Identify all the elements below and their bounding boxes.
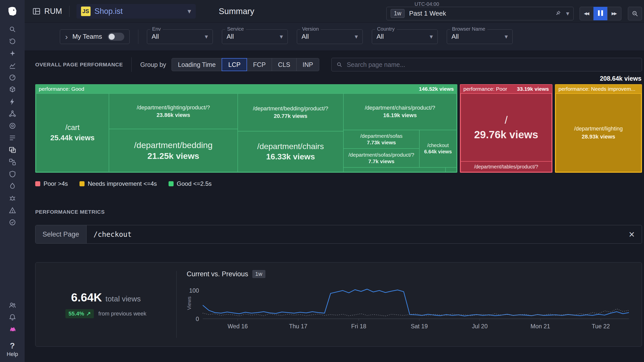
zoom-out-button[interactable] <box>628 7 642 20</box>
filter-value: All <box>377 33 384 40</box>
infrastructure-icon[interactable] <box>0 83 25 96</box>
filter-label: Env <box>150 26 163 32</box>
legend-swatch-good <box>169 181 174 186</box>
svg-text:Tue 22: Tue 22 <box>592 323 610 330</box>
page-title: Summary <box>219 7 254 16</box>
group-by-loading-time[interactable]: Loading Time <box>172 58 222 71</box>
svg-text:Views: Views <box>187 296 192 310</box>
treemap-cell-chairs-product[interactable]: /department/chairs/product/? 16.19k view… <box>344 94 456 130</box>
bits-ai-icon[interactable] <box>0 323 25 335</box>
treemap-cell-bedding[interactable]: /department/bedding 21.25k views <box>109 129 237 172</box>
timezone-label: UTC-04:00 <box>415 1 439 7</box>
select-page-label[interactable]: Select Page <box>35 225 87 243</box>
usage-icon[interactable] <box>0 120 25 132</box>
watchdog-icon[interactable] <box>0 47 25 59</box>
group-by-lcp[interactable]: LCP <box>222 58 247 71</box>
organization-icon[interactable] <box>0 299 25 311</box>
time-range-picker[interactable]: 1w Past 1 Week ▾ <box>386 7 574 20</box>
metrics-icon[interactable] <box>0 59 25 71</box>
legend-swatch-poor <box>35 181 40 186</box>
rum-icon[interactable] <box>0 144 25 156</box>
security-icon[interactable] <box>0 168 25 180</box>
filter-browser-name[interactable]: Browser Name All ▾ <box>447 29 513 44</box>
treemap-cell-cart[interactable]: /cart 25.44k views <box>36 94 109 172</box>
rewind-button[interactable]: ◀◀ <box>580 7 594 20</box>
pin-icon[interactable] <box>555 10 562 17</box>
notifications-bell-icon[interactable] <box>0 311 25 323</box>
dashboards-icon[interactable] <box>0 71 25 83</box>
filter-value: All <box>227 33 234 40</box>
group-by-cls[interactable]: CLS <box>272 58 297 71</box>
page-name-search[interactable] <box>331 58 642 71</box>
treemap-group-views: 146.52k views <box>419 86 454 92</box>
clear-icon[interactable]: × <box>629 229 634 239</box>
main-content: OVERALL PAGE PERFORMANCE Group by Loadin… <box>25 51 644 362</box>
group-by-inp[interactable]: INP <box>296 58 319 71</box>
select-page-control[interactable]: Select Page /checkout × <box>35 225 642 244</box>
filter-label: Service <box>225 26 246 32</box>
chevron-down-icon: ▾ <box>355 33 358 40</box>
service-map-icon[interactable] <box>0 108 25 120</box>
pause-icon <box>597 10 604 17</box>
treemap-group-body: / 29.76k views /department/tables/produc… <box>460 93 552 172</box>
toggle-knob <box>109 34 115 40</box>
selected-page-value[interactable]: /checkout <box>94 230 132 239</box>
chevron-down-icon: ▾ <box>566 10 569 17</box>
search-icon[interactable] <box>0 23 25 35</box>
treemap-cell-checkout[interactable]: /checkout 6.64k views <box>420 130 456 167</box>
chevron-down-icon: ▾ <box>188 7 191 15</box>
filter-country[interactable]: Country All ▾ <box>372 29 438 44</box>
help-label: Help <box>7 351 18 357</box>
total-views-label: 208.64k views <box>35 75 641 82</box>
views-trend-chart[interactable]: 0100ViewsWed 16Thu 17Fri 18Sat 19Jul 20M… <box>187 281 632 340</box>
filter-version[interactable]: Version All ▾ <box>297 29 363 44</box>
help-button[interactable]: ? Help <box>7 341 18 357</box>
application-name: Shop.ist <box>95 7 123 16</box>
profiling-icon[interactable] <box>0 180 25 192</box>
header-right-controls: UTC-04:00 1w Past 1 Week ▾ ◀◀ ▶▶ <box>386 2 642 20</box>
treemap-cell-tables-product[interactable]: /department/tables/product/? <box>461 162 551 172</box>
treemap-cell-chairs[interactable]: /department/chairs 16.33k views <box>238 131 343 172</box>
group-by-label: Group by <box>140 61 166 68</box>
history-icon[interactable] <box>0 35 25 47</box>
sidebar-bottom-nav <box>0 299 25 335</box>
datadog-logo[interactable] <box>0 0 25 23</box>
top-header: RUM JS Shop.ist ▾ Summary UTC-04:00 1w P… <box>25 0 644 23</box>
treemap-cell-small[interactable] <box>344 168 445 172</box>
treemap-cell-small[interactable] <box>446 168 456 172</box>
treemap-cell-lighting-product[interactable]: /department/lighting/product/? 23.86k vi… <box>109 94 237 129</box>
legend-label: Needs improvement <=4s <box>88 180 157 187</box>
treemap-cell-bedding-product[interactable]: /department/bedding/product/? 20.77k vie… <box>238 94 343 131</box>
treemap-cell-sofas-product[interactable]: /department/sofas/product/? 7.7k views <box>344 149 419 167</box>
application-selector[interactable]: JS Shop.ist ▾ <box>76 4 196 19</box>
chart-range-badge: 1w <box>252 270 265 278</box>
treemap-cell-sofas[interactable]: /department/sofas 7.73k views <box>344 130 419 149</box>
pause-button[interactable] <box>593 7 608 20</box>
treemap-group-header: performance: Needs improvem... <box>555 85 641 93</box>
total-views-value: 6.64K <box>71 291 102 304</box>
treemap-cell-root[interactable]: / 29.76k views <box>461 94 551 161</box>
ci-visibility-icon[interactable] <box>0 216 25 228</box>
filter-service[interactable]: Service All ▾ <box>222 29 288 44</box>
legend-item-poor: Poor >4s <box>35 180 68 187</box>
synthetics-icon[interactable] <box>0 192 25 204</box>
fast-forward-button[interactable]: ▶▶ <box>607 7 621 20</box>
treemap-group-needs-improvement: performance: Needs improvem... /departme… <box>555 84 642 173</box>
overall-performance-header: OVERALL PAGE PERFORMANCE Group by Loadin… <box>35 57 642 72</box>
svg-text:0: 0 <box>196 316 199 322</box>
trend-chart-section: Current vs. Previous 1w 0100ViewsWed 16T… <box>177 262 642 346</box>
search-input[interactable] <box>346 61 637 69</box>
delta-note: from previous week <box>98 310 146 317</box>
incidents-icon[interactable] <box>0 204 25 216</box>
my-teams-toggle[interactable] <box>108 33 124 41</box>
logs-icon[interactable] <box>0 132 25 144</box>
sidebar-nav <box>0 23 25 228</box>
treemap-cell-lighting[interactable]: /department/lighting 28.93k views <box>556 94 641 172</box>
chevron-down-icon: ▾ <box>280 33 283 40</box>
my-teams-control[interactable]: › My Teams <box>60 29 130 44</box>
filter-env[interactable]: Env All ▾ <box>147 29 213 44</box>
integrations-icon[interactable] <box>0 156 25 168</box>
treemap-group-label: performance: Poor <box>463 86 507 92</box>
group-by-fcp[interactable]: FCP <box>247 58 272 71</box>
apm-icon[interactable] <box>0 96 25 108</box>
